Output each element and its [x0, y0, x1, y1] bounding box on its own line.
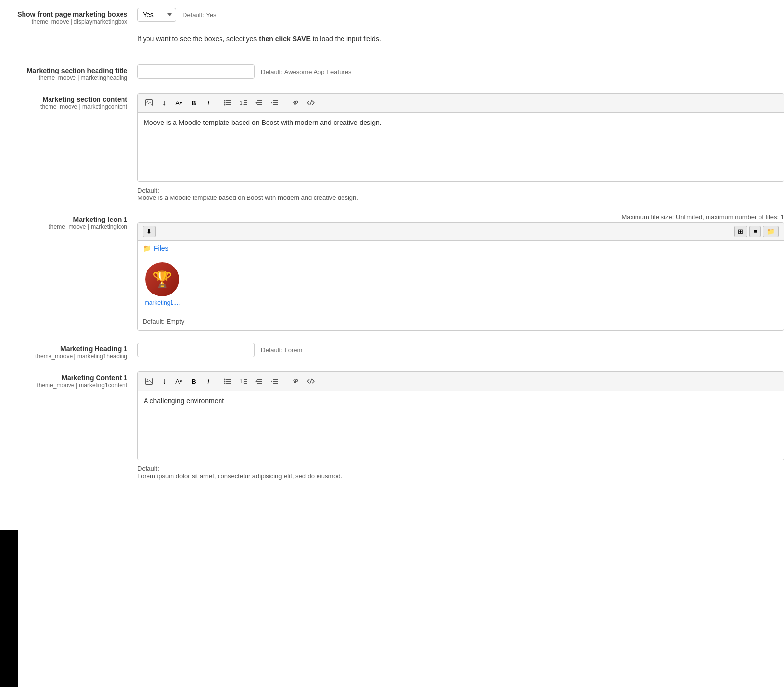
toolbar2-media-btn[interactable]: ↓	[157, 375, 171, 388]
toolbar2-ol-btn[interactable]: 1.	[236, 375, 251, 388]
svg-line-37	[310, 379, 312, 384]
editor-toolbar-1: ↓ A▾ B I 1.	[138, 94, 784, 113]
toolbar2-sep1	[218, 376, 218, 386]
marketing-content1-default-value: Lorem ipsum dolor sit amet, consectetur …	[137, 472, 784, 480]
marketing-heading1-input[interactable]: Challenges	[137, 343, 255, 357]
svg-text:1.: 1.	[240, 379, 244, 384]
show-marketing-sublabel: theme_moove | displaymarketingbox	[0, 18, 127, 25]
toolbar-italic-btn[interactable]: I	[201, 97, 215, 109]
svg-rect-17	[273, 104, 278, 105]
marketing-content-label: Marketing section content	[0, 96, 127, 103]
marketing-icon1-label: Marketing Icon 1	[0, 216, 127, 223]
toolbar-link-btn[interactable]	[288, 97, 302, 109]
svg-rect-28	[244, 379, 247, 380]
svg-rect-16	[273, 102, 278, 103]
svg-point-23	[224, 381, 226, 382]
toolbar-ol-btn[interactable]: 1.	[236, 97, 251, 109]
toolbar-font-btn[interactable]: A▾	[172, 97, 186, 109]
svg-rect-30	[244, 383, 247, 384]
svg-rect-26	[226, 383, 231, 384]
marketing-content1-body[interactable]: A challenging environment	[138, 391, 784, 460]
info-paragraph: If you want to see the boxes, select yes…	[137, 35, 784, 43]
info-text-before: If you want to see the boxes, select yes	[137, 35, 259, 43]
svg-point-4	[224, 102, 226, 104]
marketing-content-default-value: Moove is a Moodle template based on Boos…	[137, 194, 784, 201]
file-list-view-btn[interactable]: ≡	[749, 226, 761, 237]
editor-toolbar-2: ↓ A▾ B I 1.	[138, 372, 784, 391]
marketing-heading-input[interactable]: Awesome in all aspects	[137, 64, 255, 79]
svg-rect-14	[257, 104, 262, 105]
info-text-after: to load the input fields.	[311, 35, 381, 43]
svg-rect-13	[257, 102, 262, 103]
svg-rect-24	[226, 381, 231, 382]
svg-rect-12	[257, 100, 262, 101]
marketing-content1-label: Marketing Content 1	[0, 374, 127, 382]
toolbar2-outdent-btn[interactable]	[252, 375, 267, 388]
marketing-heading1-sublabel: theme_moove | marketing1heading	[0, 353, 127, 360]
file-download-btn[interactable]: ⬇	[143, 226, 156, 237]
svg-rect-10	[244, 102, 247, 103]
toolbar-sep2	[285, 98, 285, 108]
svg-rect-3	[226, 100, 231, 101]
marketing-content1-sublabel: theme_moove | marketing1content	[0, 382, 127, 389]
toolbar2-image-btn[interactable]	[142, 375, 156, 388]
marketing-heading1-label: Marketing Heading 1	[0, 345, 127, 353]
svg-rect-7	[226, 104, 231, 105]
folder-nav-icon: 📁	[143, 245, 151, 252]
file-nav[interactable]: 📁 Files	[138, 241, 784, 256]
trophy-emoji: 🏆	[152, 270, 172, 289]
file-default-text: Default: Empty	[138, 315, 784, 330]
svg-point-21	[224, 379, 226, 380]
toolbar-outdent-btn[interactable]	[252, 97, 267, 109]
svg-rect-22	[226, 379, 231, 380]
svg-rect-5	[226, 102, 231, 103]
marketing-content-default-label: Default:	[137, 187, 784, 194]
marketing-heading1-default: Default: Lorem	[261, 346, 302, 354]
file-manager-header: ⬇ ⊞ ≡ 📁	[138, 223, 784, 241]
toolbar2-ul-btn[interactable]	[220, 375, 235, 388]
marketing-heading-default: Default: Awesome App Features	[261, 68, 351, 75]
svg-point-25	[224, 383, 226, 384]
files-area: 🏆 marketing1....	[138, 256, 784, 315]
toolbar-ul-btn[interactable]	[220, 97, 235, 109]
file-grid-view-btn[interactable]: ⊞	[734, 226, 747, 237]
file-item-trophy[interactable]: 🏆 marketing1....	[143, 262, 182, 309]
toolbar-code-btn[interactable]	[303, 97, 318, 109]
marketing-content-editor: ↓ A▾ B I 1.	[137, 93, 784, 182]
show-marketing-default: Default: Yes	[182, 11, 216, 19]
svg-text:1.: 1.	[240, 100, 244, 106]
toolbar2-italic-btn[interactable]: I	[201, 375, 215, 388]
svg-point-1	[147, 101, 148, 102]
trophy-icon-container: 🏆	[145, 262, 179, 296]
marketing-heading-sublabel: theme_moove | marketingheading	[0, 74, 127, 81]
toolbar-bold-btn[interactable]: B	[187, 97, 200, 109]
toolbar-sep1	[218, 98, 218, 108]
toolbar-indent-btn[interactable]	[268, 97, 282, 109]
svg-rect-35	[273, 381, 278, 382]
info-text-bold: then click SAVE	[259, 35, 311, 43]
file-folder-btn[interactable]: 📁	[763, 226, 779, 237]
toolbar2-indent-btn[interactable]	[268, 375, 282, 388]
svg-rect-36	[273, 383, 278, 384]
marketing-content-sublabel: theme_moove | marketingcontent	[0, 103, 127, 110]
marketing-heading-label: Marketing section heading title	[0, 67, 127, 74]
marketing-content1-editor: ↓ A▾ B I 1.	[137, 371, 784, 460]
max-file-info: Maximum file size: Unlimited, maximum nu…	[137, 213, 784, 221]
file-item-name: marketing1....	[145, 299, 180, 306]
toolbar2-code-btn[interactable]	[303, 375, 318, 388]
svg-rect-15	[273, 100, 278, 101]
marketing-content-body[interactable]: Moove is a Moodle template based on Boos…	[138, 113, 784, 181]
toolbar2-font-btn[interactable]: A▾	[172, 375, 186, 388]
svg-rect-31	[257, 379, 262, 380]
toolbar2-bold-btn[interactable]: B	[187, 375, 200, 388]
svg-rect-34	[273, 379, 278, 380]
toolbar-image-btn[interactable]	[142, 97, 156, 109]
show-marketing-label: Show front page marketing boxes	[0, 10, 127, 18]
svg-rect-9	[244, 100, 247, 101]
toolbar-media-btn[interactable]: ↓	[157, 97, 171, 109]
marketing-icon1-sublabel: theme_moove | marketingicon	[0, 223, 127, 230]
files-nav-label[interactable]: Files	[154, 245, 169, 252]
svg-rect-32	[257, 381, 262, 382]
toolbar2-link-btn[interactable]	[288, 375, 302, 388]
show-marketing-select[interactable]: Yes No	[137, 8, 176, 22]
